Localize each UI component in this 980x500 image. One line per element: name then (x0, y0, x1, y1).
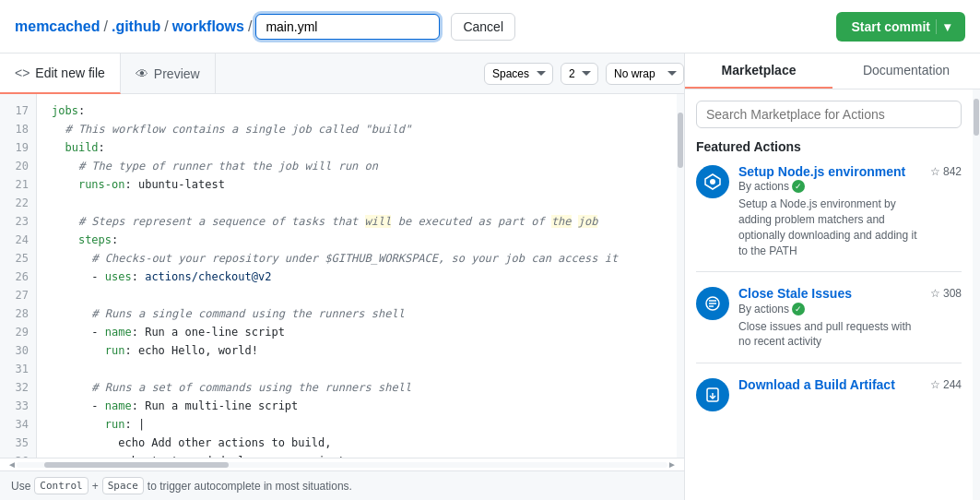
tab-marketplace[interactable]: Marketplace (685, 54, 832, 89)
scroll-right-arrow[interactable]: ► (667, 459, 677, 470)
action-name-nodejs[interactable]: Setup Node.js environment (738, 163, 921, 180)
action-name-stale[interactable]: Close Stale Issues (738, 285, 921, 302)
code-line: build: (37, 138, 677, 157)
header: memcached / .github / workflows / Cancel… (0, 0, 980, 54)
code-line: run: echo Hello, world! (37, 341, 677, 360)
verified-badge-nodejs: ✓ (792, 180, 805, 193)
tab-edit[interactable]: <> Edit new file (0, 54, 121, 94)
star-icon-nodejs: ☆ (930, 165, 940, 178)
action-item-nodejs: Setup Node.js environment By actions ✓ S… (696, 163, 962, 272)
action-item-stale: Close Stale Issues By actions ✓ Close is… (696, 285, 962, 363)
tab-preview-label: Preview (154, 66, 200, 81)
code-icon: <> (15, 65, 30, 80)
code-line: - uses: actions/checkout@v2 (37, 268, 677, 286)
code-line: # Runs a set of commands using the runne… (37, 378, 677, 397)
code-line (37, 286, 677, 304)
editor-toolbar: <> Edit new file 👁 Preview Spaces Tabs 2… (0, 54, 684, 94)
main-content: <> Edit new file 👁 Preview Spaces Tabs 2… (0, 54, 980, 500)
code-line: jobs: (37, 101, 677, 120)
code-line: runs-on: ubuntu-latest (37, 175, 677, 194)
footer-text1: Use (11, 480, 30, 493)
star-icon-artifact: ☆ (930, 378, 940, 391)
line-numbers: 1718192021 2223242526 2728293031 3233343… (0, 94, 37, 458)
editor-scrollbar-thumb (678, 113, 683, 168)
breadcrumb-dir2[interactable]: workflows (172, 18, 244, 35)
scrollbar-x-thumb (44, 462, 229, 468)
code-line (37, 360, 677, 378)
code-line: # Runs a single command using the runner… (37, 304, 677, 323)
breadcrumb: memcached / .github / workflows / Cancel (15, 13, 836, 41)
footer-text2: to trigger autocomplete in most situatio… (148, 480, 352, 493)
action-by-nodejs: By actions ✓ (738, 180, 921, 193)
code-line: - name: Run a multi-line script (37, 397, 677, 415)
editor-body: 1718192021 2223242526 2728293031 3233343… (0, 94, 684, 458)
marketplace-scrollbar[interactable] (973, 89, 980, 500)
scrollbar-x-track[interactable] (17, 462, 667, 468)
code-line: - name: Run a one-line script (37, 323, 677, 341)
code-line: run: | (37, 415, 677, 434)
code-editor[interactable]: jobs: # This workflow contains a single … (37, 94, 677, 458)
code-line: # Checks-out your repository under $GITH… (37, 249, 677, 268)
tab-edit-label: Edit new file (35, 65, 104, 80)
marketplace-panel: Marketplace Documentation Featured Actio… (685, 54, 980, 500)
eye-icon: 👁 (136, 66, 148, 81)
marketplace-inner: Featured Actions Setup Node.js environme… (685, 89, 980, 500)
action-by-stale: By actions ✓ (738, 303, 921, 315)
action-desc-nodejs: Setup a Node.js environment by adding pr… (738, 196, 921, 258)
stars-count-stale: 308 (943, 287, 962, 300)
space-key: Space (102, 477, 144, 494)
svg-point-1 (710, 179, 715, 185)
editor-panel: <> Edit new file 👁 Preview Spaces Tabs 2… (0, 54, 685, 500)
action-name-artifact[interactable]: Download a Build Artifact (738, 376, 921, 393)
breadcrumb-sep2: / (164, 18, 168, 35)
editor-footer: Use Control + Space to trigger autocompl… (0, 470, 684, 500)
cancel-button[interactable]: Cancel (451, 13, 515, 41)
featured-actions-title: Featured Actions (696, 139, 962, 154)
start-commit-label: Start commit (851, 19, 930, 34)
verified-badge-stale: ✓ (792, 303, 805, 315)
breadcrumb-dir1[interactable]: .github (112, 18, 160, 35)
code-line: # Steps represent a sequence of tasks th… (37, 212, 677, 231)
marketplace-tabs: Marketplace Documentation (685, 54, 980, 89)
code-line: # The type of runner that the job will r… (37, 157, 677, 175)
action-icon-stale (696, 287, 729, 320)
action-desc-stale: Close issues and pull requests with no r… (738, 319, 921, 351)
start-commit-button[interactable]: Start commit ▾ (836, 12, 965, 42)
code-line: echo Add other actions to build, (37, 434, 677, 452)
marketplace-body: Featured Actions Setup Node.js environme… (685, 89, 973, 500)
marketplace-search-input[interactable] (696, 101, 962, 128)
footer-plus: + (92, 480, 99, 493)
star-icon-stale: ☆ (930, 287, 940, 300)
editor-scrollbar-y[interactable] (677, 94, 684, 458)
stars-count-nodejs: 842 (943, 165, 962, 178)
stars-count-artifact: 244 (943, 378, 962, 391)
action-by-name-nodejs: actions (754, 180, 789, 193)
scroll-left-arrow[interactable]: ◄ (7, 459, 17, 470)
filename-input[interactable] (255, 14, 440, 40)
action-stars-artifact: ☆ 244 (930, 378, 962, 391)
action-item-artifact: Download a Build Artifact ☆ 244 (696, 376, 962, 411)
action-icon-nodejs (696, 165, 729, 198)
code-line (37, 194, 677, 212)
indent-select[interactable]: 2 4 (561, 63, 598, 85)
action-stars-nodejs: ☆ 842 (930, 165, 962, 178)
control-key: Control (34, 477, 88, 494)
wrap-select[interactable]: No wrap Soft wrap (606, 63, 684, 85)
tab-documentation[interactable]: Documentation (832, 54, 980, 89)
start-commit-dropdown-arrow[interactable]: ▾ (936, 19, 950, 34)
action-info-artifact: Download a Build Artifact (738, 376, 921, 393)
code-line: # This workflow contains a single job ca… (37, 120, 677, 138)
action-info-stale: Close Stale Issues By actions ✓ Close is… (738, 285, 921, 350)
action-icon-artifact (696, 378, 729, 411)
breadcrumb-repo[interactable]: memcached (15, 18, 100, 35)
scrollbar-x-container: ◄ ► (0, 458, 684, 470)
action-info-nodejs: Setup Node.js environment By actions ✓ S… (738, 163, 921, 258)
spaces-select[interactable]: Spaces Tabs (484, 63, 553, 85)
action-stars-stale: ☆ 308 (930, 287, 962, 300)
action-by-name-stale: actions (754, 303, 789, 315)
tab-preview[interactable]: 👁 Preview (121, 54, 216, 94)
code-line: steps: (37, 231, 677, 249)
breadcrumb-sep3: / (248, 18, 252, 35)
code-line: echo test, and deploy your project. (37, 452, 677, 458)
marketplace-scrollbar-thumb (974, 99, 979, 136)
